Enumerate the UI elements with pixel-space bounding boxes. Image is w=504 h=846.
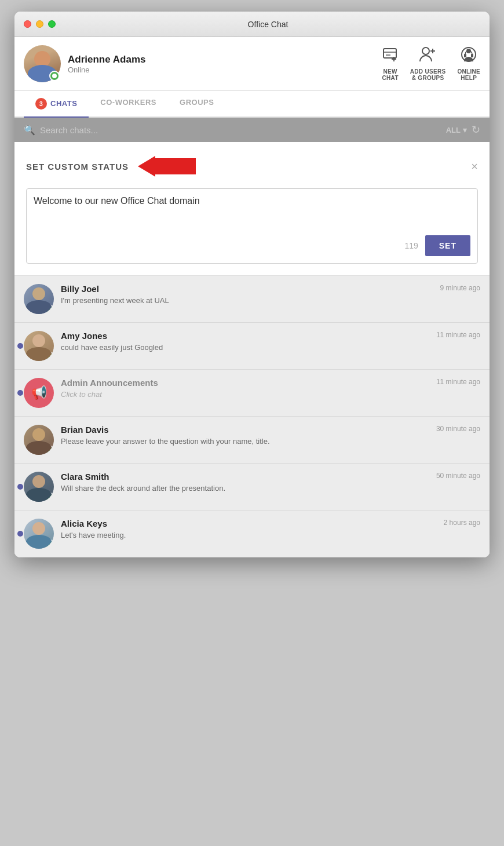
chevron-down-icon: ▾: [463, 126, 467, 134]
online-status-badge: [49, 71, 60, 81]
add-users-button[interactable]: ADD USERS& GROUPS: [410, 46, 446, 81]
popup-title: SET CUSTOM STATUS: [26, 162, 129, 172]
chat-message-clara: Will share the deck around after the pre…: [61, 484, 480, 493]
chat-item-alicia-keys[interactable]: Alicia Keys 2 hours ago Let's have meeti…: [14, 510, 490, 557]
unread-dot-alicia: [17, 531, 23, 537]
online-help-icon: [461, 46, 477, 66]
chat-item-clara-smith[interactable]: Clara Smith 50 minute ago Will share the…: [14, 464, 490, 510]
add-users-icon: [419, 46, 437, 66]
search-input[interactable]: [40, 125, 441, 135]
online-badge-brian: [44, 445, 53, 454]
new-chat-icon: [382, 46, 399, 66]
chat-name-billy: Billy Joel: [61, 284, 99, 294]
svg-point-5: [422, 48, 429, 54]
traffic-lights: [24, 20, 56, 28]
avatar-alicia-keys: [24, 519, 54, 549]
user-name: Adrienne Adams: [68, 54, 382, 65]
online-help-button[interactable]: ONLINEHELP: [457, 46, 480, 81]
chat-message-admin: Click to chat: [61, 390, 480, 399]
svg-rect-11: [471, 54, 473, 57]
chat-time-billy: 9 minute ago: [440, 284, 480, 292]
status-textarea-wrap: Welcome to our new Office Chat domain 11…: [26, 188, 478, 264]
red-arrow: [138, 156, 196, 177]
custom-status-popup: SET CUSTOM STATUS × Welcome to our new O…: [14, 142, 490, 276]
chat-time-admin: 11 minute ago: [436, 378, 480, 386]
online-badge-alicia: [44, 539, 53, 548]
chat-time-alicia: 2 hours ago: [444, 519, 480, 527]
chat-name-admin: Admin Announcements: [61, 378, 158, 388]
chats-badge: 3: [35, 98, 47, 110]
chat-header-billy: Billy Joel 9 minute ago: [61, 284, 480, 294]
new-chat-label: NEWCHAT: [382, 68, 399, 81]
close-button[interactable]: [24, 20, 31, 28]
chat-message-alicia: Let's have meeting.: [61, 531, 480, 539]
window-title: Office Chat: [56, 20, 480, 29]
chat-time-brian: 30 minute ago: [436, 425, 480, 433]
chat-content-alicia: Alicia Keys 2 hours ago Let's have meeti…: [61, 519, 480, 539]
chat-header-amy: Amy Jones 11 minute ago: [61, 331, 480, 341]
search-icon: 🔍: [24, 125, 35, 136]
chat-message-brian: Please leave your answer to the question…: [61, 437, 480, 446]
tab-coworkers[interactable]: CO-WORKERS: [89, 91, 168, 116]
header: Adrienne Adams Online NEWCHAT: [14, 37, 490, 91]
svg-rect-10: [464, 54, 466, 57]
search-filter-dropdown[interactable]: ALL ▾: [446, 126, 467, 134]
chat-message-amy: could have easily just Googled: [61, 343, 480, 352]
avatar-clara-smith: [24, 472, 54, 502]
header-actions: NEWCHAT ADD USERS& GROUPS: [382, 46, 480, 81]
tabs-bar: 3CHATS CO-WORKERS GROUPS: [14, 91, 490, 118]
arrow-body-shape: [155, 158, 196, 174]
chat-name-clara: Clara Smith: [61, 472, 109, 482]
unread-dot-amy: [17, 343, 23, 349]
chat-content-admin: Admin Announcements 11 minute ago Click …: [61, 378, 480, 399]
unread-dot-admin: [17, 390, 23, 396]
avatar-admin-announcements: 📢: [24, 378, 54, 408]
close-popup-button[interactable]: ×: [471, 160, 478, 173]
refresh-icon[interactable]: ↻: [472, 123, 480, 136]
chat-name-brian: Brian Davis: [61, 425, 109, 435]
char-count: 119: [404, 241, 418, 250]
chat-item-brian-davis[interactable]: Brian Davis 30 minute ago Please leave y…: [14, 417, 490, 464]
avatar-billy-joel: [24, 284, 54, 314]
user-info: Adrienne Adams Online: [68, 54, 382, 74]
chat-content-billy: Billy Joel 9 minute ago I'm presenting n…: [61, 284, 480, 305]
status-text-input[interactable]: Welcome to our new Office Chat domain: [34, 196, 470, 231]
popup-header: SET CUSTOM STATUS ×: [26, 156, 478, 177]
chat-item-amy-jones[interactable]: Amy Jones 11 minute ago could have easil…: [14, 323, 490, 370]
user-status: Online: [68, 65, 382, 74]
search-bar: 🔍 ALL ▾ ↻: [14, 118, 490, 142]
chat-content-clara: Clara Smith 50 minute ago Will share the…: [61, 472, 480, 493]
chat-name-amy: Amy Jones: [61, 331, 107, 341]
textarea-footer: 119 SET: [34, 235, 470, 256]
chat-message-billy: I'm presenting next week at UAL: [61, 296, 480, 305]
popup-title-row: SET CUSTOM STATUS: [26, 156, 196, 177]
chat-item-billy-joel[interactable]: Billy Joel 9 minute ago I'm presenting n…: [14, 276, 490, 323]
online-badge-billy: [44, 304, 53, 313]
chat-item-admin-announcements[interactable]: 📢 Admin Announcements 11 minute ago Clic…: [14, 370, 490, 417]
set-status-button[interactable]: SET: [425, 235, 470, 256]
title-bar: Office Chat: [14, 12, 490, 37]
megaphone-icon: 📢: [31, 385, 47, 400]
online-badge-clara: [44, 492, 53, 501]
arrow-head-shape: [138, 156, 155, 177]
svg-rect-0: [384, 49, 396, 58]
chat-name-alicia: Alicia Keys: [61, 519, 107, 528]
maximize-button[interactable]: [48, 20, 56, 28]
chat-header-alicia: Alicia Keys 2 hours ago: [61, 519, 480, 528]
avatar-amy-jones: [24, 331, 54, 361]
online-badge-amy: [44, 351, 53, 360]
chat-time-amy: 11 minute ago: [436, 331, 480, 339]
chat-header-clara: Clara Smith 50 minute ago: [61, 472, 480, 482]
add-users-label: ADD USERS& GROUPS: [410, 68, 446, 81]
user-avatar-container: [24, 45, 61, 82]
new-chat-button[interactable]: NEWCHAT: [382, 46, 399, 81]
tab-groups[interactable]: GROUPS: [168, 91, 225, 116]
chat-header-brian: Brian Davis 30 minute ago: [61, 425, 480, 435]
chat-time-clara: 50 minute ago: [436, 472, 480, 480]
avatar-brian-davis: [24, 425, 54, 455]
chat-content-amy: Amy Jones 11 minute ago could have easil…: [61, 331, 480, 352]
unread-dot-clara: [17, 484, 23, 490]
minimize-button[interactable]: [36, 20, 43, 28]
tab-chats[interactable]: 3CHATS: [24, 91, 89, 118]
chat-header-admin: Admin Announcements 11 minute ago: [61, 378, 480, 388]
